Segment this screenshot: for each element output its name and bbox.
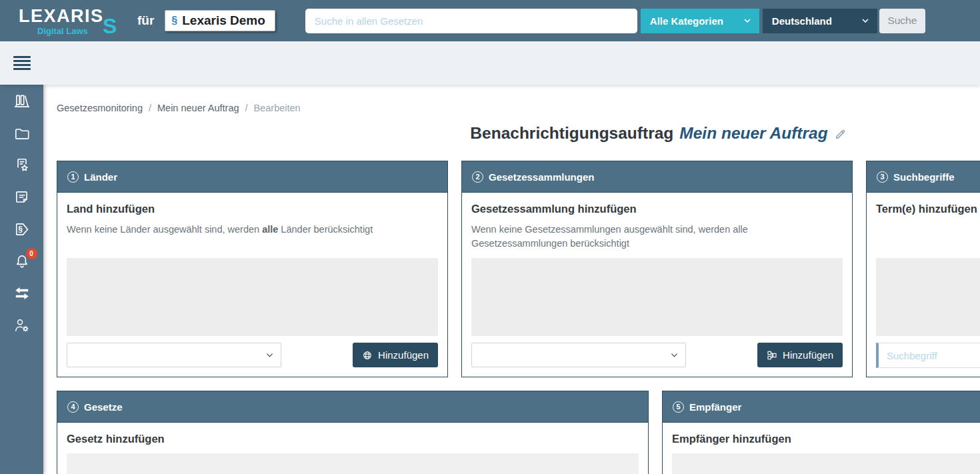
breadcrumb-separator: / <box>149 103 151 113</box>
library-icon[interactable] <box>13 93 31 110</box>
toolbar <box>0 41 980 85</box>
chevron-down-icon <box>265 351 274 359</box>
chevron-down-icon <box>861 17 869 25</box>
breadcrumb-gesetzesmonitoring[interactable]: Gesetzesmonitoring <box>57 103 143 113</box>
step-number: 5 <box>673 401 684 413</box>
logo-paragraph-s-icon: S <box>103 14 117 39</box>
breadcrumb: Gesetzesmonitoring / Mein neuer Auftrag … <box>57 103 980 113</box>
card-gesetzessammlungen-header: 2 Gesetzessammlungen <box>462 161 852 193</box>
order-name: Mein neuer Auftrag <box>679 124 827 143</box>
step-number: 1 <box>67 171 79 183</box>
card-empfaenger-header: 5 Empfänger <box>663 391 980 423</box>
user-settings-icon[interactable] <box>13 317 31 334</box>
card-heading: Term(e) hinzufügen <box>876 203 980 215</box>
logo-tagline: Digital Laws <box>37 26 88 36</box>
sitemap-icon <box>767 350 777 361</box>
main-content: Gesetzesmonitoring / Mein neuer Auftrag … <box>43 85 980 474</box>
bell-icon[interactable]: 0 <box>13 253 31 270</box>
card-heading: Empfänger hinzufügen <box>672 433 980 445</box>
top-navbar: LEXARIS S Digital Laws für § Lexaris Dem… <box>0 0 980 41</box>
for-label: für <box>137 13 154 28</box>
card-gesetze-header: 4 Gesetze <box>57 391 648 423</box>
selected-countries-panel <box>67 258 438 336</box>
card-description: Wenn keine Länder ausgewählt sind, werde… <box>67 223 438 237</box>
add-button-label: Hinzufügen <box>378 349 429 361</box>
card-gesetzessammlungen: 2 Gesetzessammlungen Gesetzessammlung hi… <box>461 161 853 377</box>
card-title: Gesetzessammlungen <box>489 171 594 183</box>
page-title: Benachrichtigungsauftrag Mein neuer Auft… <box>57 124 980 143</box>
selected-laws-panel <box>67 453 639 474</box>
breadcrumb-separator: / <box>245 103 248 113</box>
term-input[interactable] <box>876 343 980 368</box>
globe-icon <box>362 350 373 361</box>
paragraph-tag-icon[interactable]: § <box>13 221 31 238</box>
global-search-input[interactable] <box>305 9 637 33</box>
country-picker-select[interactable] <box>67 343 281 367</box>
add-collection-button[interactable]: Hinzufügen <box>757 343 843 367</box>
document-icon[interactable] <box>13 189 31 206</box>
category-select-value: Alle Kategorien <box>650 15 723 27</box>
card-heading: Land hinzufügen <box>67 203 438 215</box>
breadcrumb-mein-neuer-auftrag[interactable]: Mein neuer Auftrag <box>157 103 239 113</box>
card-title: Länder <box>84 171 117 183</box>
card-title: Suchbegriffe <box>893 171 955 183</box>
selected-collections-panel <box>471 258 843 336</box>
selected-terms-panel <box>876 258 980 336</box>
selected-recipients-panel <box>672 453 980 474</box>
country-select-value: Deutschland <box>772 15 832 27</box>
card-suchbegriffe: 3 Suchbegriffe Term(e) hinzufügen <box>866 161 980 377</box>
card-title: Empfänger <box>689 401 741 413</box>
breadcrumb-bearbeiten: Bearbeiten <box>254 103 301 113</box>
card-title: Gesetze <box>84 401 123 413</box>
card-laender: 1 Länder Land hinzufügen Wenn keine Länd… <box>57 161 448 377</box>
chevron-down-icon <box>743 17 751 25</box>
paragraph-glyph: § <box>18 225 23 234</box>
logo-brand-text: LEXARIS <box>19 6 104 27</box>
lexaris-logo[interactable]: LEXARIS S Digital Laws <box>19 2 119 39</box>
step-number: 3 <box>877 171 888 183</box>
add-country-button[interactable]: Hinzufügen <box>353 343 438 367</box>
tenant-name: Lexaris Demo <box>182 13 265 28</box>
paragraph-icon: § <box>171 15 177 27</box>
menu-toggle-icon[interactable] <box>13 56 31 70</box>
edit-pencil-icon[interactable] <box>834 128 847 141</box>
card-gesetze: 4 Gesetze Gesetz hinzufügen <box>57 391 649 474</box>
chevron-down-icon <box>670 351 679 359</box>
page-title-label: Benachrichtigungsauftrag <box>470 124 673 143</box>
card-heading: Gesetz hinzufügen <box>67 433 639 445</box>
notification-badge: 0 <box>26 248 37 259</box>
card-description: Wenn keine Gesetzessammlungen ausgewählt… <box>471 223 843 251</box>
collection-picker-select[interactable] <box>471 343 686 367</box>
tenant-box[interactable]: § Lexaris Demo <box>165 10 275 31</box>
card-empfaenger: 5 Empfänger Empfänger hinzufügen <box>662 391 980 474</box>
step-number: 4 <box>67 401 79 413</box>
country-select[interactable]: Deutschland <box>763 9 877 33</box>
card-laender-header: 1 Länder <box>57 161 447 193</box>
folder-icon[interactable] <box>13 125 31 142</box>
document-star-icon[interactable] <box>13 157 31 174</box>
search-button[interactable]: Suche <box>879 9 925 33</box>
card-heading: Gesetzessammlung hinzufügen <box>471 203 843 215</box>
step-number: 2 <box>472 171 483 183</box>
sidebar: § 0 <box>0 85 43 474</box>
transfer-icon[interactable] <box>13 285 31 302</box>
card-suchbegriffe-header: 3 Suchbegriffe <box>867 161 980 193</box>
add-button-label: Hinzufügen <box>783 349 833 361</box>
category-select[interactable]: Alle Kategorien <box>641 9 759 33</box>
